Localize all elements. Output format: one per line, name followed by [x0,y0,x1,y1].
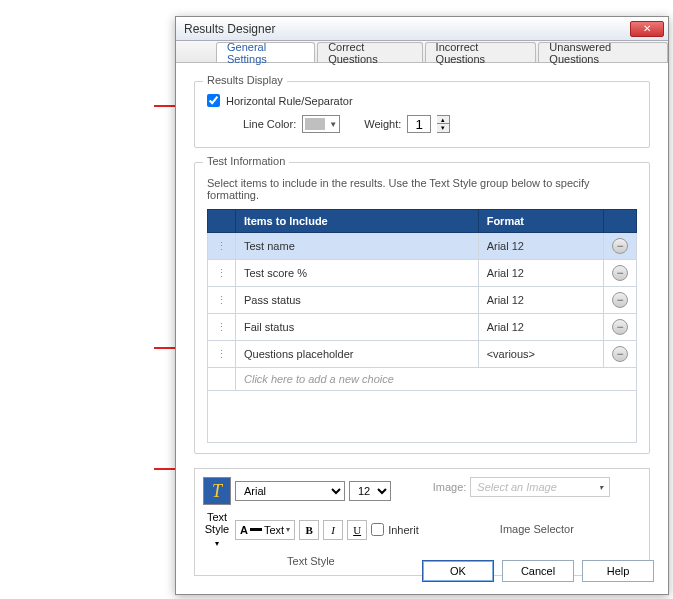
test-information-group: Test Information Select items to include… [194,162,650,454]
cell-item: Fail status [236,314,479,341]
test-info-legend: Test Information [203,155,289,167]
remove-row-icon[interactable]: − [612,346,628,362]
drag-handle-icon[interactable]: ⋮ [208,233,236,260]
horizontal-rule-label: Horizontal Rule/Separator [226,95,353,107]
chevron-down-icon: ▾ [599,483,603,492]
chevron-down-icon: ▾ [286,525,290,534]
drag-handle-icon[interactable]: ⋮ [208,287,236,314]
col-format: Format [478,210,603,233]
bold-button[interactable]: B [299,520,319,540]
dialog-buttons: OK Cancel Help [422,560,654,582]
font-size-select[interactable]: 12 [349,481,391,501]
drag-handle-icon[interactable]: ⋮ [208,341,236,368]
cell-format: Arial 12 [478,287,603,314]
cancel-button[interactable]: Cancel [502,560,574,582]
inherit-checkbox[interactable] [371,523,384,536]
tab-general-settings[interactable]: General Settings [216,42,315,62]
tabstrip: General Settings Correct Questions Incor… [176,41,668,63]
line-color-picker[interactable]: ▼ [302,115,340,133]
remove-row-icon[interactable]: − [612,292,628,308]
items-table: Items to Include Format ⋮ Test name Aria… [207,209,637,391]
chevron-down-icon: ▾ [215,539,219,548]
weight-input[interactable] [407,115,431,133]
image-select[interactable]: Select an Image ▾ [470,477,610,497]
table-row[interactable]: ⋮ Fail status Arial 12 − [208,314,637,341]
font-family-select[interactable]: Arial [235,481,345,501]
window-title: Results Designer [180,22,630,36]
cell-item: Questions placeholder [236,341,479,368]
results-display-legend: Results Display [203,74,287,86]
inherit-label: Inherit [388,524,419,536]
cell-item: Test name [236,233,479,260]
titlebar: Results Designer ✕ [176,17,668,41]
help-button[interactable]: Help [582,560,654,582]
results-display-group: Results Display Horizontal Rule/Separato… [194,81,650,148]
results-designer-dialog: Results Designer ✕ General Settings Corr… [175,16,669,595]
test-info-hint: Select items to include in the results. … [207,177,637,201]
drag-handle-icon[interactable]: ⋮ [208,260,236,287]
image-label: Image: [433,481,467,493]
tab-correct-questions[interactable]: Correct Questions [317,42,422,62]
italic-button[interactable]: I [323,520,343,540]
remove-row-icon[interactable]: − [612,265,628,281]
image-selector-caption: Image Selector [433,523,641,535]
text-style-icon: T [203,477,231,505]
col-items: Items to Include [236,210,479,233]
tab-unanswered-questions[interactable]: Unanswered Questions [538,42,668,62]
text-color-picker[interactable]: A Text ▾ [235,520,295,540]
add-row-label: Click here to add a new choice [236,368,637,391]
line-color-label: Line Color: [243,118,296,130]
cell-item: Test score % [236,260,479,287]
table-row[interactable]: ⋮ Questions placeholder <various> − [208,341,637,368]
weight-label: Weight: [364,118,401,130]
text-style-dropdown[interactable]: Text Style ▾ [203,511,231,549]
ok-button[interactable]: OK [422,560,494,582]
chevron-up-icon[interactable]: ▴ [437,116,449,124]
table-row[interactable]: ⋮ Pass status Arial 12 − [208,287,637,314]
table-row[interactable]: ⋮ Test score % Arial 12 − [208,260,637,287]
remove-row-icon[interactable]: − [612,319,628,335]
horizontal-rule-checkbox[interactable] [207,94,220,107]
tab-incorrect-questions[interactable]: Incorrect Questions [425,42,537,62]
chevron-down-icon[interactable]: ▾ [437,124,449,132]
text-style-caption: Text Style [203,555,419,567]
color-swatch-icon [305,118,325,130]
table-empty-area [207,391,637,443]
cell-format: Arial 12 [478,233,603,260]
table-row[interactable]: ⋮ Test name Arial 12 − [208,233,637,260]
weight-spinner[interactable]: ▴ ▾ [437,115,450,133]
image-select-placeholder: Select an Image [477,481,557,493]
underline-button[interactable]: U [347,520,367,540]
drag-handle-icon[interactable]: ⋮ [208,314,236,341]
chevron-down-icon: ▼ [329,120,337,129]
cell-item: Pass status [236,287,479,314]
add-row[interactable]: Click here to add a new choice [208,368,637,391]
cell-format: <various> [478,341,603,368]
cell-format: Arial 12 [478,260,603,287]
remove-row-icon[interactable]: − [612,238,628,254]
cell-format: Arial 12 [478,314,603,341]
close-icon[interactable]: ✕ [630,21,664,37]
